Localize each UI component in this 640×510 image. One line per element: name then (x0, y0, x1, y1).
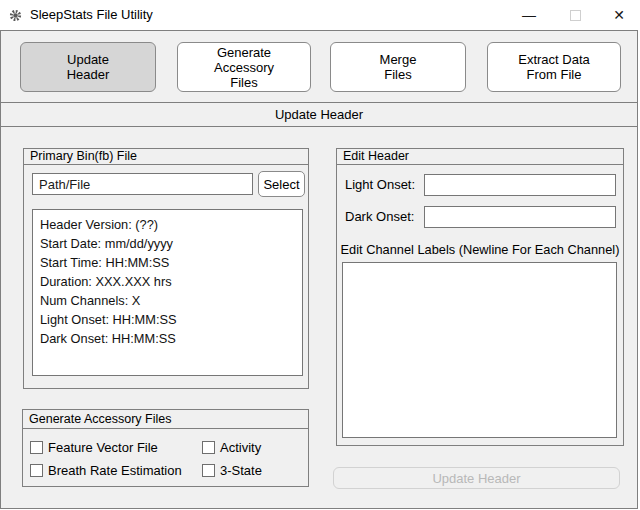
close-button[interactable]: ✕ (602, 0, 636, 30)
update-header-action-button[interactable]: Update Header (333, 467, 620, 489)
minimize-button[interactable]: — (512, 0, 546, 30)
info-line-duration: Duration: XXX.XXX hrs (40, 272, 295, 291)
title-bar: SleepStats File Utility — ✕ (0, 0, 640, 30)
toolbar: Update Header Generate Accessory Files M… (0, 30, 638, 103)
header-info-box: Header Version: (??) Start Date: mm/dd/y… (32, 209, 303, 376)
channel-labels-caption: Edit Channel Labels (Newline For Each Ch… (337, 242, 623, 257)
checkbox-icon[interactable] (30, 464, 43, 477)
info-line-light-onset: Light Onset: HH:MM:SS (40, 310, 295, 329)
info-line-header-version: Header Version: (??) (40, 215, 295, 234)
merge-files-tab-button[interactable]: Merge Files (330, 42, 466, 92)
edit-header-group-title: Edit Header (337, 149, 623, 165)
maximize-button[interactable] (558, 0, 592, 30)
primary-bin-file-group-title: Primary Bin(fb) File (24, 149, 308, 165)
maximize-icon (570, 10, 581, 21)
checkbox-breath-rate-estimation[interactable]: Breath Rate Estimation (30, 463, 182, 477)
dark-onset-input[interactable] (424, 206, 616, 228)
edit-header-group: Edit Header Light Onset: Dark Onset: Edi… (336, 148, 624, 446)
main-panel: Primary Bin(fb) File Select Header Versi… (0, 126, 638, 509)
generate-accessory-files-tab-button[interactable]: Generate Accessory Files (177, 42, 311, 92)
info-line-dark-onset: Dark Onset: HH:MM:SS (40, 329, 295, 348)
info-line-num-channels: Num Channels: X (40, 291, 295, 310)
primary-bin-file-group: Primary Bin(fb) File Select Header Versi… (23, 148, 309, 389)
checkbox-feature-vector-file[interactable]: Feature Vector File (30, 440, 158, 454)
checkbox-label: 3-State (220, 463, 262, 478)
channel-labels-textarea[interactable] (342, 262, 617, 438)
extract-data-tab-button[interactable]: Extract Data From File (487, 42, 621, 92)
dark-onset-label: Dark Onset: (345, 206, 414, 228)
checkbox-label: Breath Rate Estimation (48, 463, 182, 478)
window-title: SleepStats File Utility (30, 0, 153, 30)
checkbox-label: Feature Vector File (48, 440, 158, 455)
checkbox-label: Activity (220, 440, 261, 455)
light-onset-label: Light Onset: (345, 174, 415, 196)
section-title-bar: Update Header (0, 102, 638, 127)
app-icon (9, 8, 22, 21)
checkbox-icon[interactable] (30, 441, 43, 454)
checkbox-icon[interactable] (202, 441, 215, 454)
info-line-start-date: Start Date: mm/dd/yyyy (40, 234, 295, 253)
checkbox-activity[interactable]: Activity (202, 440, 261, 454)
checkbox-icon[interactable] (202, 464, 215, 477)
generate-accessory-files-group-title: Generate Accessory Files (23, 410, 308, 429)
light-onset-input[interactable] (424, 174, 616, 196)
select-file-button[interactable]: Select (258, 171, 305, 197)
update-header-tab-button[interactable]: Update Header (20, 42, 156, 92)
info-line-start-time: Start Time: HH:MM:SS (40, 253, 295, 272)
path-file-input[interactable] (32, 173, 253, 195)
generate-accessory-files-group: Generate Accessory Files Feature Vector … (22, 409, 309, 487)
checkbox-3-state[interactable]: 3-State (202, 463, 262, 477)
